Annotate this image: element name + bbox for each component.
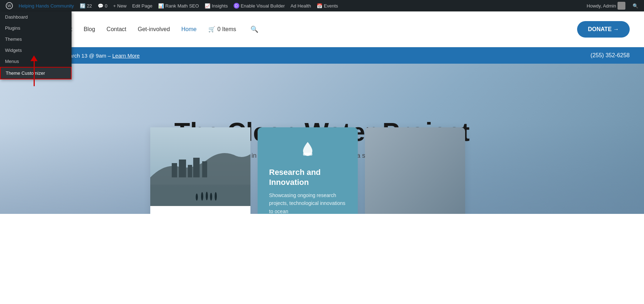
rank-math-item[interactable]: 📊 Rank Math SEO	[155, 0, 202, 11]
insights-icon: 📈	[205, 3, 210, 9]
site-name-text: Helping Hands Community	[19, 3, 74, 9]
enable-vb-icon: D	[234, 3, 239, 9]
insights-label: Insights	[212, 3, 228, 9]
enable-vb-item[interactable]: D Enable Visual Builder	[231, 0, 288, 11]
edit-page-label: Edit Page	[132, 3, 152, 9]
dropdown-menu: Dashboard Plugins Themes Widgets Menus T…	[0, 11, 72, 79]
comments-count: 0	[105, 3, 107, 9]
events-item[interactable]: 📅 Events	[314, 0, 341, 11]
cart-count: 0 Items	[218, 26, 236, 33]
nav-contact[interactable]: Contact	[107, 26, 126, 33]
card-photo-bg	[365, 127, 465, 214]
dropdown-widgets[interactable]: Widgets	[0, 45, 72, 56]
site-nav: About Blog Contact Get-involved Home 🛒 0…	[57, 25, 577, 33]
site-header: D About Blog Contact Get-involved Home 🛒…	[0, 11, 644, 47]
admin-avatar	[618, 2, 625, 10]
updates-icon: 🔄	[80, 3, 86, 9]
ad-health-item[interactable]: Ad Health	[288, 0, 314, 11]
nav-blog[interactable]: Blog	[84, 26, 95, 33]
comments-item[interactable]: 💬 0	[95, 0, 110, 11]
card-water-icon	[269, 140, 346, 162]
cart-icon: 🛒	[208, 26, 215, 33]
dropdown-theme-customizer[interactable]: Theme Customizer	[0, 67, 72, 79]
dropdown-plugins[interactable]: Plugins	[0, 23, 72, 34]
comments-icon: 💬	[98, 3, 103, 9]
insights-item[interactable]: 📈 Insights	[202, 0, 231, 11]
search-icon-item[interactable]: 🔍	[630, 3, 641, 9]
admin-bar: W Helping Hands Community 🔄 22 💬 0 + New…	[0, 0, 644, 11]
phone-number: (255) 352-6258	[591, 52, 630, 59]
donate-label: DONATE →	[588, 26, 619, 33]
announcement-bar: Beach Cleanup Day: March 13 @ 9am – Lear…	[0, 47, 644, 64]
new-item[interactable]: + New	[110, 0, 129, 11]
donate-button[interactable]: DONATE →	[577, 21, 630, 38]
wp-logo[interactable]: W	[3, 0, 16, 11]
dropdown-themes[interactable]: Themes	[0, 34, 72, 45]
card-title-white: Research and Innovation	[269, 167, 346, 188]
search-icon: 🔍	[633, 3, 638, 9]
learn-more-link[interactable]: Learn More	[112, 53, 140, 59]
cards-row: 15M $ Raised for the Sea We have recycle…	[150, 127, 494, 214]
enable-vb-label: Enable Visual Builder	[241, 3, 285, 9]
nav-get-involved[interactable]: Get-involved	[138, 26, 170, 33]
card-research: Research and Innovation Showcasing ongoi…	[258, 127, 358, 214]
website-wrapper: D About Blog Contact Get-involved Home 🛒…	[0, 11, 644, 304]
dropdown-dashboard[interactable]: Dashboard	[0, 11, 72, 23]
updates-item[interactable]: 🔄 22	[77, 0, 95, 11]
updates-count: 22	[87, 3, 92, 9]
svg-text:W: W	[8, 4, 11, 8]
site-name-item[interactable]: Helping Hands Community	[16, 0, 77, 11]
new-label: + New	[113, 3, 126, 9]
howdy-text: Howdy, Admin	[587, 3, 616, 9]
admin-bar-right: Howdy, Admin 🔍	[584, 2, 641, 10]
ad-health-label: Ad Health	[291, 3, 311, 9]
card-text-white: Showcasing ongoing research projects, te…	[269, 191, 346, 214]
dropdown-menus[interactable]: Menus	[0, 56, 72, 67]
card-photo	[365, 127, 465, 214]
nav-cart[interactable]: 🛒 0 Items	[208, 26, 236, 33]
rank-math-label: Rank Math SEO	[165, 3, 199, 9]
events-label: Events	[324, 3, 338, 9]
howdy-item[interactable]: Howdy, Admin	[584, 2, 628, 10]
hero-section: The Clean Water Project Join us in prese…	[0, 64, 644, 214]
search-icon[interactable]: 🔍	[250, 25, 258, 33]
edit-page-item[interactable]: Edit Page	[130, 0, 155, 11]
nav-home[interactable]: Home	[181, 26, 197, 33]
events-icon: 📅	[317, 3, 322, 9]
rank-math-icon: 📊	[158, 3, 164, 9]
